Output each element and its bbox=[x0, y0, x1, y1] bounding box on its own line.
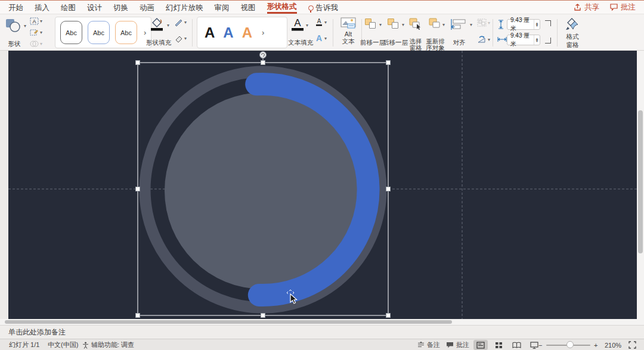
shape-style-1[interactable]: Abc bbox=[60, 21, 82, 44]
align-dropdown[interactable]: ▾ bbox=[470, 22, 472, 27]
tab-shape-format[interactable]: 形状格式 bbox=[267, 1, 297, 14]
tab-design[interactable]: 设计 bbox=[87, 1, 102, 14]
shapes-dropdown[interactable]: ▾ bbox=[24, 23, 26, 29]
shape-width-icon bbox=[497, 35, 507, 44]
notes-placeholder[interactable]: 单击此处添加备注 bbox=[8, 327, 66, 337]
language-indicator[interactable]: 中文(中国) bbox=[48, 339, 78, 350]
tab-insert[interactable]: 插入 bbox=[35, 1, 49, 14]
shape-height-field[interactable]: 9.43 厘米 ▲▼ bbox=[507, 19, 540, 30]
text-outline-icon: A bbox=[315, 18, 323, 26]
accessibility-status[interactable]: 辅助功能: 调查 bbox=[82, 339, 134, 350]
tab-transitions[interactable]: 切换 bbox=[113, 1, 128, 14]
text-effects-button[interactable]: A ▾ bbox=[315, 34, 327, 42]
shape-styles-gallery: Abc Abc Abc › bbox=[55, 17, 151, 48]
shape-fill-dropdown[interactable]: ▾ bbox=[167, 23, 169, 28]
svg-text:A: A bbox=[294, 17, 301, 29]
draw-textbox-button[interactable]: A ▾ bbox=[30, 17, 42, 25]
slide-content bbox=[0, 51, 644, 319]
slide-canvas[interactable] bbox=[0, 51, 644, 319]
tell-me-label: 告诉我 bbox=[316, 3, 339, 13]
selection-pane-button[interactable]: 选择 窗格 bbox=[409, 18, 422, 31]
format-pane-button[interactable]: 格式 窗格 bbox=[561, 17, 584, 49]
insert-shape-button[interactable] bbox=[5, 18, 23, 34]
wordart-style-3[interactable]: A bbox=[242, 26, 252, 40]
vertical-scrollbar[interactable] bbox=[637, 51, 644, 319]
reorder-objects-dropdown[interactable]: ▾ bbox=[442, 22, 445, 27]
align-label: 对齐 bbox=[451, 39, 467, 47]
rotate-icon bbox=[477, 35, 487, 44]
zoom-out-button[interactable]: − bbox=[538, 339, 542, 350]
slide-sorter-view-button[interactable] bbox=[491, 340, 506, 350]
selection-handle-n[interactable] bbox=[261, 61, 265, 65]
horizontal-scrollbar[interactable] bbox=[0, 319, 644, 325]
ribbon-tabs: 开始 插入 绘图 设计 切换 动画 幻灯片放映 审阅 视图 形状格式 告诉我 bbox=[0, 1, 338, 14]
zoom-slider-thumb[interactable] bbox=[566, 341, 574, 348]
tab-animations[interactable]: 动画 bbox=[140, 1, 154, 14]
selection-handle-w[interactable] bbox=[136, 187, 140, 191]
fit-to-window-icon bbox=[628, 341, 636, 349]
tab-tell-me[interactable]: 告诉我 bbox=[308, 1, 339, 14]
selection-handle-ne[interactable] bbox=[386, 61, 391, 65]
tab-view[interactable]: 视图 bbox=[241, 1, 256, 14]
format-pane-label-2: 窗格 bbox=[561, 41, 584, 49]
fit-to-window-button[interactable] bbox=[628, 339, 636, 350]
shape-fill-label: 形状填充 bbox=[144, 39, 173, 47]
send-backward-dropdown[interactable]: ▾ bbox=[402, 22, 404, 27]
selection-handle-e[interactable] bbox=[386, 187, 391, 191]
selection-handle-sw[interactable] bbox=[136, 314, 140, 318]
tab-slideshow[interactable]: 幻灯片放映 bbox=[166, 1, 203, 14]
text-fill-dropdown[interactable]: ▾ bbox=[306, 23, 308, 28]
zoom-level[interactable]: 210% bbox=[605, 339, 621, 350]
width-stepper[interactable]: ▲▼ bbox=[534, 35, 540, 45]
notes-toggle-label: 备注 bbox=[427, 340, 440, 349]
send-backward-button[interactable] bbox=[388, 18, 400, 29]
align-icon bbox=[451, 19, 467, 30]
zoom-in-button[interactable]: + bbox=[594, 339, 597, 350]
edit-shape-button[interactable]: ▾ bbox=[30, 29, 42, 36]
reorder-objects-button[interactable]: 重新排 序对象 bbox=[427, 18, 441, 31]
selection-handle-nw[interactable] bbox=[136, 61, 140, 65]
horizontal-scrollbar-thumb[interactable] bbox=[5, 320, 452, 324]
reading-view-button[interactable] bbox=[509, 340, 524, 350]
selection-pane-icon bbox=[409, 18, 422, 30]
shape-fill-button[interactable] bbox=[149, 17, 165, 33]
canvas-left-margin bbox=[0, 51, 8, 319]
tab-draw[interactable]: 绘图 bbox=[61, 1, 76, 14]
reading-view-icon bbox=[512, 342, 521, 349]
shape-styles-more-button[interactable]: › bbox=[143, 28, 146, 37]
share-button[interactable]: 共享 bbox=[574, 2, 599, 13]
bring-forward-dropdown[interactable]: ▾ bbox=[379, 22, 382, 27]
selection-handle-se[interactable] bbox=[386, 314, 391, 318]
comments-toggle[interactable]: 批注 bbox=[446, 339, 469, 350]
alt-text-button[interactable]: Alt 文本 bbox=[338, 17, 359, 46]
shape-style-2[interactable]: Abc bbox=[88, 21, 110, 44]
notes-pane[interactable]: 单击此处添加备注 bbox=[0, 325, 644, 339]
shape-outline-button[interactable]: ▾ bbox=[174, 18, 187, 26]
comments-button[interactable]: 批注 bbox=[610, 2, 636, 13]
normal-view-button[interactable] bbox=[473, 340, 488, 350]
shape-style-3[interactable]: Abc bbox=[115, 21, 137, 44]
rotate-button[interactable]: ▾ bbox=[477, 35, 490, 44]
shape-effects-button[interactable]: ▾ bbox=[174, 35, 187, 42]
notes-toggle[interactable]: 备注 bbox=[417, 339, 440, 350]
tab-review[interactable]: 审阅 bbox=[215, 1, 230, 14]
text-fill-button[interactable]: A bbox=[290, 17, 305, 33]
rotation-handle[interactable] bbox=[260, 52, 267, 58]
tab-home[interactable]: 开始 bbox=[8, 1, 23, 14]
format-pane-icon bbox=[565, 17, 580, 32]
vertical-scrollbar-thumb[interactable] bbox=[638, 110, 643, 253]
selection-handle-s[interactable] bbox=[261, 314, 265, 318]
shapes-icon bbox=[5, 18, 23, 33]
bring-forward-button[interactable] bbox=[365, 18, 377, 29]
shapes-label: 形状 bbox=[4, 40, 25, 48]
reorder-objects-icon bbox=[427, 18, 441, 30]
text-outline-button[interactable]: A ▾ bbox=[315, 18, 327, 26]
wordart-style-2[interactable]: A bbox=[223, 26, 233, 40]
shape-width-field[interactable]: 9.43 厘米 ▲▼ bbox=[507, 35, 540, 45]
wordart-more-button[interactable]: › bbox=[261, 28, 264, 37]
wordart-style-1[interactable]: A bbox=[205, 26, 215, 40]
height-stepper[interactable]: ▲▼ bbox=[534, 20, 540, 29]
shape-height-icon bbox=[497, 20, 504, 29]
text-fill-icon: A bbox=[290, 17, 305, 32]
align-button[interactable]: 对齐 bbox=[451, 19, 467, 31]
